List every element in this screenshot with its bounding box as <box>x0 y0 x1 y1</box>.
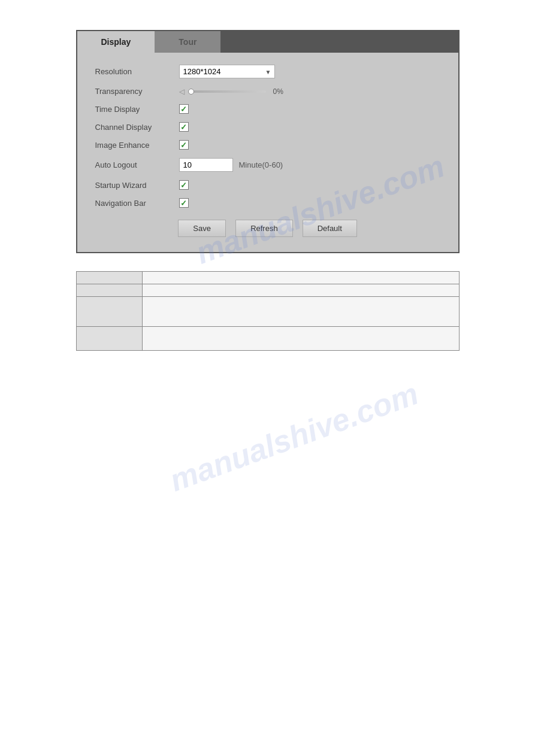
channel-display-row: Channel Display <box>95 122 440 132</box>
resolution-control: 1280*1024 1920*1080 1024*768 800*600 <box>179 65 440 78</box>
table-cell-content <box>142 297 459 327</box>
transparency-value: 0% <box>273 87 283 96</box>
startup-wizard-label: Startup Wizard <box>95 181 179 190</box>
auto-logout-row: Auto Logout Minute(0-60) <box>95 158 440 172</box>
transparency-thumb <box>188 89 194 95</box>
image-enhance-checkbox[interactable] <box>179 140 189 150</box>
transparency-control: ◁ 0% <box>179 87 440 96</box>
resolution-select[interactable]: 1280*1024 1920*1080 1024*768 800*600 <box>179 65 275 78</box>
table-cell-header <box>76 327 142 351</box>
time-display-checkbox[interactable] <box>179 104 189 114</box>
transparency-slider[interactable] <box>188 90 266 93</box>
navigation-bar-row: Navigation Bar <box>95 198 440 208</box>
resolution-select-wrapper[interactable]: 1280*1024 1920*1080 1024*768 800*600 <box>179 65 275 78</box>
table-row <box>76 272 459 284</box>
settings-body: Resolution 1280*1024 1920*1080 1024*768 … <box>77 53 458 252</box>
resolution-row: Resolution 1280*1024 1920*1080 1024*768 … <box>95 65 440 78</box>
minute-label: Minute(0-60) <box>239 160 283 169</box>
transparency-container: ◁ 0% <box>179 87 283 96</box>
transparency-label: Transparency <box>95 87 179 96</box>
channel-display-checkbox[interactable] <box>179 122 189 132</box>
watermark2: manualshive.com <box>165 375 423 499</box>
table-cell-content <box>142 327 459 351</box>
tab-tour[interactable]: Tour <box>155 31 220 53</box>
navigation-bar-checkbox[interactable] <box>179 198 189 208</box>
time-display-row: Time Display <box>95 104 440 114</box>
refresh-button[interactable]: Refresh <box>235 220 293 237</box>
table-cell-content <box>142 284 459 297</box>
button-bar: Save Refresh Default <box>95 220 440 237</box>
table-cell-content <box>142 272 459 284</box>
image-enhance-row: Image Enhance <box>95 140 440 150</box>
tab-bar: Display Tour <box>77 31 458 53</box>
image-enhance-label: Image Enhance <box>95 141 179 150</box>
save-button[interactable]: Save <box>178 220 226 237</box>
transparency-row: Transparency ◁ 0% <box>95 87 440 96</box>
auto-logout-label: Auto Logout <box>95 160 179 169</box>
channel-display-label: Channel Display <box>95 123 179 132</box>
table-cell-header <box>76 272 142 284</box>
channel-display-control <box>179 122 440 132</box>
resolution-label: Resolution <box>95 67 179 76</box>
time-display-control <box>179 104 440 114</box>
table-cell-header <box>76 297 142 327</box>
settings-panel: Display Tour Resolution 1280*1024 1920*1… <box>76 30 460 253</box>
info-table <box>76 271 460 351</box>
table-cell-header <box>76 284 142 297</box>
navigation-bar-control <box>179 198 440 208</box>
navigation-bar-label: Navigation Bar <box>95 199 179 208</box>
tab-display[interactable]: Display <box>77 31 155 53</box>
image-enhance-control <box>179 140 440 150</box>
auto-logout-control: Minute(0-60) <box>179 158 440 172</box>
table-row <box>76 297 459 327</box>
startup-wizard-control <box>179 180 440 190</box>
table-row <box>76 284 459 297</box>
startup-wizard-checkbox[interactable] <box>179 180 189 190</box>
default-button[interactable]: Default <box>303 220 357 237</box>
startup-wizard-row: Startup Wizard <box>95 180 440 190</box>
table-row <box>76 327 459 351</box>
auto-logout-input[interactable] <box>179 158 233 172</box>
time-display-label: Time Display <box>95 105 179 114</box>
transparency-arrow-left[interactable]: ◁ <box>179 87 185 96</box>
